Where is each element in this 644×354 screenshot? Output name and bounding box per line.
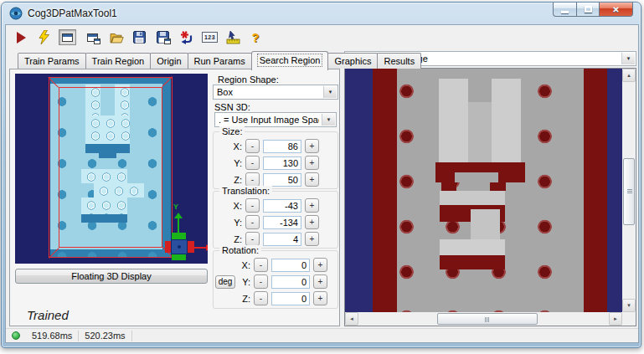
horizontal-scroll-thumb[interactable] [437, 313, 538, 325]
tab-search-region[interactable]: Search Region [251, 51, 329, 70]
deg-units-button[interactable]: deg [215, 275, 235, 289]
translation-z-decrement-button[interactable]: - [245, 232, 260, 246]
run-icon[interactable] [13, 30, 28, 44]
rotation-x-increment-button[interactable]: + [313, 258, 327, 272]
translation-y-increment-button[interactable]: + [305, 215, 319, 229]
size-group-label: Size: [219, 126, 245, 136]
app-window: Cog3DPatMaxTool1 ✕ [1, 2, 641, 348]
chevron-down-icon[interactable]: ▼ [322, 114, 335, 126]
rotation-group: Rotation: X: - 0 + deg Y: - 0 + [213, 250, 338, 309]
translation-y-field[interactable]: -134 [263, 216, 301, 229]
toolbar: 123 ? [6, 25, 638, 49]
client-area: 123 ? Train Params Train Region Origin R… [5, 24, 639, 343]
floating-window-icon[interactable] [84, 29, 101, 45]
translation-z-field[interactable]: 4 [263, 233, 301, 246]
y-axis-label: Y [173, 203, 178, 211]
rotation-z-field[interactable]: 0 [271, 292, 310, 305]
translation-y-decrement-button[interactable]: - [245, 215, 260, 229]
size-x-decrement-button[interactable]: - [245, 139, 260, 153]
minimize-button[interactable] [553, 3, 577, 17]
rotation-z-increment-button[interactable]: + [313, 291, 327, 305]
scroll-left-button[interactable]: ◄ [345, 312, 358, 326]
tab-graphics[interactable]: Graphics [327, 53, 378, 69]
close-button[interactable]: ✕ [600, 3, 633, 17]
rotation-group-label: Rotation: [219, 245, 261, 255]
chevron-down-icon[interactable]: ▼ [621, 53, 635, 64]
size-z-decrement-button[interactable]: - [245, 172, 260, 187]
rotation-z-decrement-button[interactable]: - [254, 291, 268, 305]
tab-run-params[interactable]: Run Params [188, 53, 252, 69]
scroll-up-button[interactable]: ▲ [622, 69, 636, 82]
horizontal-scrollbar[interactable]: ◄ ► [345, 312, 622, 326]
floating-3d-display-button[interactable]: Floating 3D Display [15, 269, 208, 284]
tab-results[interactable]: Results [377, 53, 421, 69]
scroll-right-button[interactable]: ► [609, 312, 622, 326]
measure-icon[interactable] [225, 30, 240, 44]
size-z-increment-button[interactable]: + [305, 172, 319, 187]
window-title: Cog3DPatMaxTool1 [28, 8, 117, 19]
maximize-icon [585, 6, 592, 13]
close-icon: ✕ [612, 5, 619, 14]
input-image-display[interactable] [345, 69, 622, 312]
run-time-value: 519.68ms [26, 331, 79, 341]
tab-origin[interactable]: Origin [150, 53, 188, 69]
search-region-tab-page: Y X Floating 3D Display Trained Region S… [9, 69, 340, 326]
translation-group-label: Translation: [219, 186, 272, 196]
tab-strip: Train Params Train Region Origin Run Par… [18, 51, 420, 69]
title-bar[interactable]: Cog3DPatMaxTool1 ✕ [2, 3, 641, 23]
vertical-scrollbar[interactable]: ▲ ▼ [622, 69, 636, 312]
maximize-button[interactable] [577, 3, 600, 17]
reset-icon[interactable] [179, 30, 194, 44]
minimize-icon [561, 11, 569, 13]
translation-x-decrement-button[interactable]: - [245, 198, 260, 213]
translation-group: Translation: X: - -43 + Y: - -134 + Z [213, 191, 338, 249]
app-icon [9, 7, 23, 20]
pixel-grid-icon[interactable]: 123 [202, 32, 218, 43]
size-x-increment-button[interactable]: + [305, 139, 319, 153]
save-image-icon[interactable] [154, 29, 172, 45]
tab-train-region[interactable]: Train Region [85, 53, 152, 69]
rotation-y-field[interactable]: 0 [271, 275, 310, 289]
input-image-frame: ▲ ▼ ◄ ► [344, 68, 636, 326]
total-time-value: 520.23ms [79, 331, 131, 341]
rotation-x-field[interactable]: 0 [271, 259, 310, 272]
status-indicator-icon [12, 331, 20, 340]
open-file-icon[interactable] [109, 30, 124, 44]
trained-status-label: Trained [27, 308, 69, 322]
vertical-scroll-thumb[interactable] [623, 158, 635, 225]
tab-train-params[interactable]: Train Params [18, 53, 86, 69]
help-icon[interactable]: ? [248, 30, 263, 44]
size-z-field[interactable]: 50 [263, 173, 301, 187]
rotation-y-decrement-button[interactable]: - [254, 274, 268, 289]
save-icon[interactable] [131, 30, 147, 44]
scroll-down-button[interactable]: ▼ [622, 299, 636, 312]
3d-display[interactable]: Y X [15, 74, 208, 264]
rotation-y-increment-button[interactable]: + [313, 274, 327, 289]
translation-x-increment-button[interactable]: + [305, 198, 319, 213]
size-y-decrement-button[interactable]: - [245, 156, 260, 170]
chevron-down-icon[interactable]: ▼ [323, 86, 337, 98]
size-x-field[interactable]: 86 [263, 140, 301, 153]
translation-z-increment-button[interactable]: + [305, 232, 319, 246]
region-shape-label: Region Shape: [218, 74, 279, 85]
size-y-field[interactable]: 130 [263, 156, 301, 170]
size-group: Size: X: - 86 + Y: - 130 + Z: [213, 131, 338, 189]
status-bar: 519.68ms 520.23ms [6, 328, 638, 342]
rotation-x-decrement-button[interactable]: - [254, 258, 268, 272]
ssn-3d-select[interactable]: . = Use Input Image Space ▼ [214, 112, 337, 127]
ssn-3d-label: SSN 3D: [214, 102, 250, 112]
size-y-increment-button[interactable]: + [305, 156, 319, 170]
lightning-icon[interactable] [36, 30, 51, 44]
result-display-icon[interactable] [59, 29, 76, 45]
translation-x-field[interactable]: -43 [263, 199, 301, 213]
region-shape-select[interactable]: Box ▼ [213, 85, 338, 100]
